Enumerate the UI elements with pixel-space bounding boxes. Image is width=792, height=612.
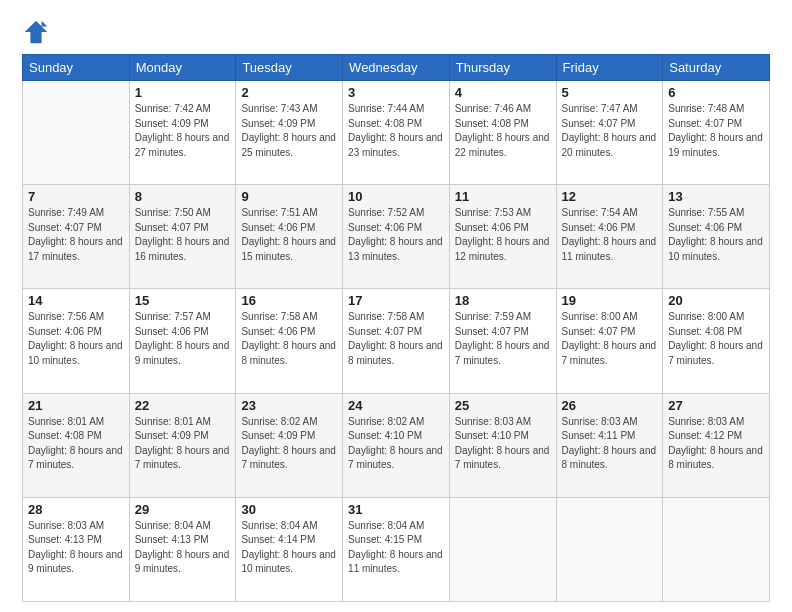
calendar-day: 11Sunrise: 7:53 AMSunset: 4:06 PMDayligh… xyxy=(449,185,556,289)
day-number: 23 xyxy=(241,398,337,413)
calendar-day: 27Sunrise: 8:03 AMSunset: 4:12 PMDayligh… xyxy=(663,393,770,497)
calendar-day: 12Sunrise: 7:54 AMSunset: 4:06 PMDayligh… xyxy=(556,185,663,289)
calendar-day: 3Sunrise: 7:44 AMSunset: 4:08 PMDaylight… xyxy=(343,81,450,185)
day-info: Sunrise: 7:56 AMSunset: 4:06 PMDaylight:… xyxy=(28,310,124,368)
weekday-header-friday: Friday xyxy=(556,55,663,81)
calendar-day: 23Sunrise: 8:02 AMSunset: 4:09 PMDayligh… xyxy=(236,393,343,497)
svg-marker-1 xyxy=(42,21,48,27)
day-number: 6 xyxy=(668,85,764,100)
calendar-day: 17Sunrise: 7:58 AMSunset: 4:07 PMDayligh… xyxy=(343,289,450,393)
day-number: 19 xyxy=(562,293,658,308)
day-number: 29 xyxy=(135,502,231,517)
day-number: 15 xyxy=(135,293,231,308)
day-info: Sunrise: 8:03 AMSunset: 4:12 PMDaylight:… xyxy=(668,415,764,473)
calendar-day: 22Sunrise: 8:01 AMSunset: 4:09 PMDayligh… xyxy=(129,393,236,497)
day-info: Sunrise: 8:02 AMSunset: 4:10 PMDaylight:… xyxy=(348,415,444,473)
logo-icon xyxy=(22,18,50,46)
day-number: 18 xyxy=(455,293,551,308)
calendar-day xyxy=(663,497,770,601)
calendar-day: 8Sunrise: 7:50 AMSunset: 4:07 PMDaylight… xyxy=(129,185,236,289)
day-number: 11 xyxy=(455,189,551,204)
weekday-header-thursday: Thursday xyxy=(449,55,556,81)
calendar-day xyxy=(449,497,556,601)
day-number: 12 xyxy=(562,189,658,204)
page: SundayMondayTuesdayWednesdayThursdayFrid… xyxy=(0,0,792,612)
calendar-day: 21Sunrise: 8:01 AMSunset: 4:08 PMDayligh… xyxy=(23,393,130,497)
day-number: 14 xyxy=(28,293,124,308)
day-info: Sunrise: 7:46 AMSunset: 4:08 PMDaylight:… xyxy=(455,102,551,160)
day-number: 25 xyxy=(455,398,551,413)
day-info: Sunrise: 7:59 AMSunset: 4:07 PMDaylight:… xyxy=(455,310,551,368)
day-number: 8 xyxy=(135,189,231,204)
calendar-day: 6Sunrise: 7:48 AMSunset: 4:07 PMDaylight… xyxy=(663,81,770,185)
day-info: Sunrise: 8:01 AMSunset: 4:09 PMDaylight:… xyxy=(135,415,231,473)
calendar-week-2: 7Sunrise: 7:49 AMSunset: 4:07 PMDaylight… xyxy=(23,185,770,289)
day-number: 30 xyxy=(241,502,337,517)
day-number: 2 xyxy=(241,85,337,100)
day-info: Sunrise: 7:54 AMSunset: 4:06 PMDaylight:… xyxy=(562,206,658,264)
day-number: 4 xyxy=(455,85,551,100)
calendar-day: 1Sunrise: 7:42 AMSunset: 4:09 PMDaylight… xyxy=(129,81,236,185)
weekday-header-sunday: Sunday xyxy=(23,55,130,81)
day-info: Sunrise: 7:42 AMSunset: 4:09 PMDaylight:… xyxy=(135,102,231,160)
day-info: Sunrise: 7:49 AMSunset: 4:07 PMDaylight:… xyxy=(28,206,124,264)
day-number: 1 xyxy=(135,85,231,100)
day-info: Sunrise: 7:52 AMSunset: 4:06 PMDaylight:… xyxy=(348,206,444,264)
day-number: 26 xyxy=(562,398,658,413)
day-number: 27 xyxy=(668,398,764,413)
calendar-week-3: 14Sunrise: 7:56 AMSunset: 4:06 PMDayligh… xyxy=(23,289,770,393)
calendar-day: 4Sunrise: 7:46 AMSunset: 4:08 PMDaylight… xyxy=(449,81,556,185)
weekday-header-tuesday: Tuesday xyxy=(236,55,343,81)
day-info: Sunrise: 8:02 AMSunset: 4:09 PMDaylight:… xyxy=(241,415,337,473)
calendar-day: 25Sunrise: 8:03 AMSunset: 4:10 PMDayligh… xyxy=(449,393,556,497)
calendar-week-1: 1Sunrise: 7:42 AMSunset: 4:09 PMDaylight… xyxy=(23,81,770,185)
calendar-day: 9Sunrise: 7:51 AMSunset: 4:06 PMDaylight… xyxy=(236,185,343,289)
day-info: Sunrise: 8:03 AMSunset: 4:11 PMDaylight:… xyxy=(562,415,658,473)
day-number: 21 xyxy=(28,398,124,413)
day-number: 22 xyxy=(135,398,231,413)
calendar-day: 31Sunrise: 8:04 AMSunset: 4:15 PMDayligh… xyxy=(343,497,450,601)
day-number: 7 xyxy=(28,189,124,204)
day-info: Sunrise: 7:43 AMSunset: 4:09 PMDaylight:… xyxy=(241,102,337,160)
day-number: 17 xyxy=(348,293,444,308)
calendar-day: 26Sunrise: 8:03 AMSunset: 4:11 PMDayligh… xyxy=(556,393,663,497)
calendar-day xyxy=(556,497,663,601)
calendar-day xyxy=(23,81,130,185)
day-info: Sunrise: 8:04 AMSunset: 4:14 PMDaylight:… xyxy=(241,519,337,577)
day-number: 24 xyxy=(348,398,444,413)
day-info: Sunrise: 8:04 AMSunset: 4:15 PMDaylight:… xyxy=(348,519,444,577)
day-info: Sunrise: 8:03 AMSunset: 4:10 PMDaylight:… xyxy=(455,415,551,473)
weekday-header-saturday: Saturday xyxy=(663,55,770,81)
calendar-day: 24Sunrise: 8:02 AMSunset: 4:10 PMDayligh… xyxy=(343,393,450,497)
calendar-day: 14Sunrise: 7:56 AMSunset: 4:06 PMDayligh… xyxy=(23,289,130,393)
day-info: Sunrise: 7:47 AMSunset: 4:07 PMDaylight:… xyxy=(562,102,658,160)
calendar-week-4: 21Sunrise: 8:01 AMSunset: 4:08 PMDayligh… xyxy=(23,393,770,497)
calendar-day: 29Sunrise: 8:04 AMSunset: 4:13 PMDayligh… xyxy=(129,497,236,601)
calendar-day: 18Sunrise: 7:59 AMSunset: 4:07 PMDayligh… xyxy=(449,289,556,393)
day-info: Sunrise: 7:55 AMSunset: 4:06 PMDaylight:… xyxy=(668,206,764,264)
calendar-day: 5Sunrise: 7:47 AMSunset: 4:07 PMDaylight… xyxy=(556,81,663,185)
calendar-day: 15Sunrise: 7:57 AMSunset: 4:06 PMDayligh… xyxy=(129,289,236,393)
day-info: Sunrise: 8:03 AMSunset: 4:13 PMDaylight:… xyxy=(28,519,124,577)
day-info: Sunrise: 7:48 AMSunset: 4:07 PMDaylight:… xyxy=(668,102,764,160)
day-number: 16 xyxy=(241,293,337,308)
day-number: 9 xyxy=(241,189,337,204)
calendar-day: 28Sunrise: 8:03 AMSunset: 4:13 PMDayligh… xyxy=(23,497,130,601)
header xyxy=(22,18,770,46)
day-number: 13 xyxy=(668,189,764,204)
calendar-day: 7Sunrise: 7:49 AMSunset: 4:07 PMDaylight… xyxy=(23,185,130,289)
day-number: 20 xyxy=(668,293,764,308)
day-number: 5 xyxy=(562,85,658,100)
weekday-header-wednesday: Wednesday xyxy=(343,55,450,81)
day-info: Sunrise: 7:57 AMSunset: 4:06 PMDaylight:… xyxy=(135,310,231,368)
calendar-day: 19Sunrise: 8:00 AMSunset: 4:07 PMDayligh… xyxy=(556,289,663,393)
calendar-day: 2Sunrise: 7:43 AMSunset: 4:09 PMDaylight… xyxy=(236,81,343,185)
calendar-day: 20Sunrise: 8:00 AMSunset: 4:08 PMDayligh… xyxy=(663,289,770,393)
calendar-day: 10Sunrise: 7:52 AMSunset: 4:06 PMDayligh… xyxy=(343,185,450,289)
day-info: Sunrise: 8:01 AMSunset: 4:08 PMDaylight:… xyxy=(28,415,124,473)
weekday-header-monday: Monday xyxy=(129,55,236,81)
day-info: Sunrise: 7:50 AMSunset: 4:07 PMDaylight:… xyxy=(135,206,231,264)
day-info: Sunrise: 7:58 AMSunset: 4:07 PMDaylight:… xyxy=(348,310,444,368)
calendar-day: 30Sunrise: 8:04 AMSunset: 4:14 PMDayligh… xyxy=(236,497,343,601)
calendar: SundayMondayTuesdayWednesdayThursdayFrid… xyxy=(22,54,770,602)
